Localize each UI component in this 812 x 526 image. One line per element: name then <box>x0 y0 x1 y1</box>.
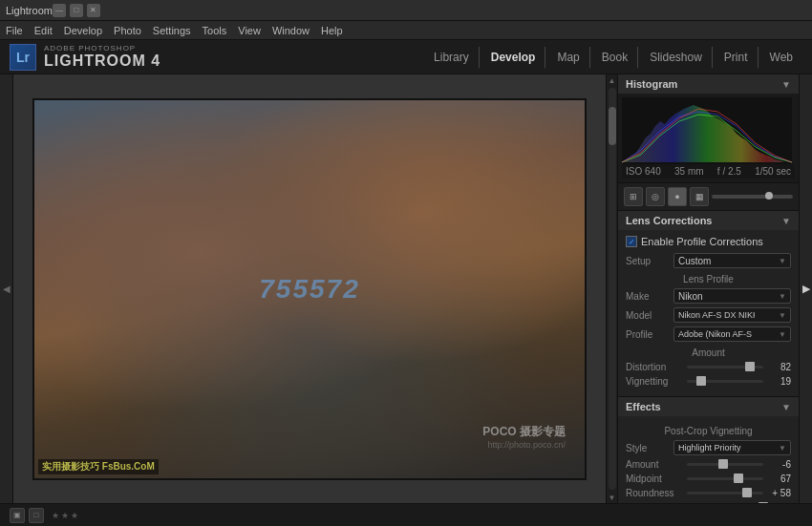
image-scrollbar[interactable]: ▲ ▼ <box>606 74 617 503</box>
distortion-row: Distortion 82 <box>626 362 791 372</box>
lens-profile-title: Lens Profile <box>626 274 791 284</box>
menu-develop[interactable]: Develop <box>64 25 102 36</box>
lr-badge: Lr <box>10 44 36 71</box>
make-dropdown[interactable]: Nikon ▼ <box>673 288 791 304</box>
adobe-label: ADOBE PHOTOSHOP <box>44 44 160 53</box>
menubar: File Edit Develop Photo Settings Tools V… <box>0 21 812 40</box>
main-content: ◀ 755572 POCO 摄影专题 http://photo.poco.cn/… <box>0 74 812 503</box>
model-dropdown[interactable]: Nikon AF-S DX NIKKOR 35mm... ▼ <box>673 307 791 323</box>
aperture-label: f / 2.5 <box>717 166 741 177</box>
lens-corrections-title: Lens Corrections <box>626 215 712 226</box>
nav-book[interactable]: Book <box>592 47 638 68</box>
amount-slider[interactable] <box>687 463 763 466</box>
style-label: Style <box>626 443 673 453</box>
menu-settings[interactable]: Settings <box>153 25 191 36</box>
lens-corrections-body: ✓ Enable Profile Corrections Setup Custo… <box>618 230 799 396</box>
close-button[interactable]: ✕ <box>87 4 100 17</box>
enable-profile-row: ✓ Enable Profile Corrections <box>626 236 791 247</box>
vignetting-row: Vignetting 19 <box>626 376 791 387</box>
amount-title: Amount <box>626 347 791 358</box>
make-arrow: ▼ <box>779 292 786 301</box>
style-dropdown[interactable]: Highlight Priority ▼ <box>673 440 791 455</box>
menu-view[interactable]: View <box>238 25 261 36</box>
titlebar: Lightroom — □ ✕ <box>0 0 812 21</box>
minimize-button[interactable]: — <box>53 4 66 17</box>
roundness-slider[interactable] <box>687 492 763 494</box>
tool-grad[interactable]: ▦ <box>690 187 709 206</box>
effects-arrow: ▼ <box>781 402 791 412</box>
feather-row: Feather 100 <box>626 502 791 503</box>
histogram-stats: ISO 640 35 mm f / 2.5 1/50 sec <box>622 164 795 179</box>
lens-corrections-header[interactable]: Lens Corrections ▼ <box>618 211 799 230</box>
nav-library[interactable]: Library <box>424 47 480 68</box>
logo-text: ADOBE PHOTOSHOP LIGHTROOM 4 <box>44 44 160 70</box>
midpoint-value: 67 <box>767 473 791 484</box>
effects-body: Post-Crop Vignetting Style Highlight Pri… <box>618 416 799 503</box>
midpoint-label: Midpoint <box>626 473 683 484</box>
focal-label: 35 mm <box>674 166 704 177</box>
effects-section: Effects ▼ Post-Crop Vignetting Style Hig… <box>618 397 799 503</box>
distortion-slider[interactable] <box>687 366 763 368</box>
menu-photo[interactable]: Photo <box>114 25 141 36</box>
make-label: Make <box>626 291 673 302</box>
scroll-thumb[interactable] <box>609 107 616 145</box>
histogram-svg <box>622 97 792 164</box>
left-panel-toggle[interactable]: ◀ <box>0 74 13 503</box>
scroll-down-arrow[interactable]: ▼ <box>607 492 618 503</box>
nav-develop[interactable]: Develop <box>481 47 546 68</box>
histogram-arrow: ▼ <box>781 79 791 90</box>
vignetting-label: Vignetting <box>626 376 683 387</box>
nav-web[interactable]: Web <box>760 47 802 68</box>
restore-button[interactable]: □ <box>70 4 83 17</box>
setup-dropdown-arrow: ▼ <box>779 257 786 265</box>
tool-spot[interactable]: ◎ <box>646 187 665 206</box>
histogram-header[interactable]: Histogram ▼ <box>618 74 799 94</box>
nav-slideshow[interactable]: Slideshow <box>640 47 713 68</box>
midpoint-slider[interactable] <box>687 477 763 480</box>
window-controls: — □ ✕ <box>53 4 100 17</box>
fbus-watermark: 实用摄影技巧 FsBus.CoM <box>38 459 159 474</box>
model-arrow: ▼ <box>779 311 786 320</box>
vignetting-value: 19 <box>767 376 791 387</box>
right-panel-toggle[interactable]: ▶ <box>799 74 812 503</box>
photo-poco-watermark: POCO 摄影专题 http://photo.poco.cn/ <box>482 424 566 450</box>
scroll-up-arrow[interactable]: ▲ <box>607 74 618 86</box>
profile-dropdown[interactable]: Adobe (Nikon AF-S DX NIKKO... ▼ <box>673 326 791 342</box>
nav-map[interactable]: Map <box>547 47 589 68</box>
setup-label: Setup <box>626 256 673 266</box>
tool-row: ⊞ ◎ ● ▦ <box>618 183 799 211</box>
right-toggle-arrow: ▶ <box>802 283 810 295</box>
scroll-track[interactable] <box>609 88 616 490</box>
make-row: Make Nikon ▼ <box>626 288 791 304</box>
nav-print[interactable]: Print <box>715 47 759 68</box>
enable-profile-checkbox[interactable]: ✓ <box>626 236 637 247</box>
roundness-row: Roundness + 58 <box>626 488 791 498</box>
model-row: Model Nikon AF-S DX NIKKOR 35mm... ▼ <box>626 307 791 323</box>
tool-mini-slider[interactable] <box>712 195 793 199</box>
menu-help[interactable]: Help <box>321 25 343 36</box>
top-navigation: Lr ADOBE PHOTOSHOP LIGHTROOM 4 Library D… <box>0 40 812 74</box>
module-picker: Library Develop Map Book Slideshow Print… <box>424 47 802 68</box>
tool-redeye[interactable]: ● <box>668 187 687 206</box>
midpoint-row: Midpoint 67 <box>626 473 791 484</box>
filmstrip: ▣ □ ★ ★ ★ <box>0 503 812 526</box>
setup-dropdown[interactable]: Custom ▼ <box>673 253 791 268</box>
menu-edit[interactable]: Edit <box>34 25 53 36</box>
vignetting-slider[interactable] <box>687 380 763 383</box>
effects-title: Effects <box>626 401 661 412</box>
amount-label: Amount <box>626 459 683 470</box>
left-toggle-arrow: ◀ <box>3 284 11 294</box>
filmstrip-view-loupe[interactable]: □ <box>29 508 44 523</box>
post-crop-title: Post-Crop Vignetting <box>626 426 791 436</box>
tool-crop[interactable]: ⊞ <box>624 187 643 206</box>
distortion-value: 82 <box>767 362 791 372</box>
enable-profile-label: Enable Profile Corrections <box>641 236 763 247</box>
menu-file[interactable]: File <box>6 25 23 36</box>
effects-header[interactable]: Effects ▼ <box>618 397 799 416</box>
filmstrip-view-grid[interactable]: ▣ <box>10 508 25 523</box>
image-viewer: 755572 POCO 摄影专题 http://photo.poco.cn/ 实… <box>13 74 606 503</box>
photo-canvas: 755572 POCO 摄影专题 http://photo.poco.cn/ 实… <box>32 98 587 480</box>
menu-window[interactable]: Window <box>272 25 310 36</box>
photo-watermark: 755572 <box>259 274 359 305</box>
menu-tools[interactable]: Tools <box>203 25 227 36</box>
